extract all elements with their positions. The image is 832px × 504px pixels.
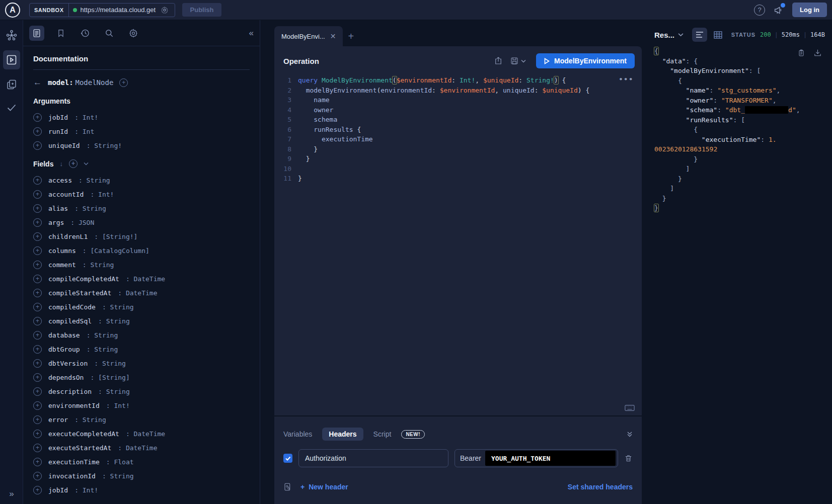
field-type[interactable]: : [String!] xyxy=(94,233,137,240)
editor-more-options-icon[interactable]: ••• xyxy=(619,74,634,85)
fields-menu-chevron-icon[interactable] xyxy=(84,162,89,165)
field-row[interactable]: +access: String xyxy=(33,173,250,187)
add-field-icon[interactable]: + xyxy=(33,261,42,269)
add-field-icon[interactable]: + xyxy=(33,246,42,255)
publish-button[interactable]: Publish xyxy=(182,3,222,17)
field-type[interactable]: : String xyxy=(83,261,114,269)
explorer-settings-gear-icon[interactable] xyxy=(126,26,141,41)
field-type[interactable]: : String xyxy=(98,388,130,395)
keyboard-shortcuts-icon[interactable] xyxy=(625,404,635,411)
add-field-icon[interactable]: + xyxy=(33,331,42,340)
add-type-icon[interactable]: + xyxy=(119,78,128,87)
add-field-icon[interactable]: + xyxy=(33,127,42,136)
field-type[interactable]: : String xyxy=(102,472,134,480)
add-field-icon[interactable]: + xyxy=(33,359,42,368)
field-type[interactable]: : Int! xyxy=(106,402,130,409)
add-field-icon[interactable]: + xyxy=(33,444,42,452)
add-field-icon[interactable]: + xyxy=(33,113,42,122)
add-field-icon[interactable]: + xyxy=(33,289,42,297)
field-type[interactable]: : String xyxy=(87,346,118,353)
run-operation-button[interactable]: ModelByEnvironment xyxy=(536,53,635,68)
header-value-input[interactable]: Bearer YOUR_AUTH_TOKEN xyxy=(455,449,618,467)
field-row[interactable]: +compileCompletedAt: DateTime xyxy=(33,272,250,286)
explorer-icon[interactable] xyxy=(3,50,20,69)
new-header-button[interactable]: + New header xyxy=(300,483,348,491)
add-field-icon[interactable]: + xyxy=(33,415,42,424)
add-field-icon[interactable]: + xyxy=(33,204,42,213)
argument-row[interactable]: +runId: Int xyxy=(33,124,250,138)
field-row[interactable]: +executeCompletedAt: DateTime xyxy=(33,427,250,441)
expand-rail-icon[interactable]: » xyxy=(0,489,23,499)
add-field-icon[interactable]: + xyxy=(33,486,42,494)
field-type[interactable]: : String xyxy=(74,416,106,424)
tab-script[interactable]: Script xyxy=(373,430,392,438)
field-type[interactable]: : Int xyxy=(74,128,94,135)
field-type[interactable]: : String xyxy=(94,360,126,367)
collapse-sidebar-icon[interactable]: « xyxy=(249,28,254,38)
search-icon[interactable] xyxy=(102,26,117,41)
operation-tab[interactable]: ModelByEnvi... ✕ xyxy=(274,26,343,46)
field-type[interactable]: : String xyxy=(79,177,110,184)
collapse-panel-icon[interactable] xyxy=(627,431,633,437)
add-field-icon[interactable]: + xyxy=(33,303,42,311)
field-row[interactable]: +invocationId: String xyxy=(33,469,250,483)
endpoint-input[interactable]: https://metadata.cloud.get xyxy=(69,6,175,14)
field-type[interactable]: : DateTime xyxy=(126,275,165,283)
add-field-icon[interactable]: + xyxy=(33,401,42,410)
close-tab-icon[interactable]: ✕ xyxy=(330,32,336,40)
field-row[interactable]: +args: JSON xyxy=(33,215,250,229)
announcements-megaphone-icon[interactable] xyxy=(773,5,784,16)
add-field-icon[interactable]: + xyxy=(33,345,42,354)
delete-header-trash-icon[interactable] xyxy=(624,454,633,463)
add-field-icon[interactable]: + xyxy=(33,373,42,382)
field-type[interactable]: : String! xyxy=(87,142,122,149)
field-row[interactable]: +comment: String xyxy=(33,258,250,272)
add-field-icon[interactable]: + xyxy=(33,141,42,150)
sandbox-pages-icon[interactable] xyxy=(4,76,20,93)
save-menu-chevron-icon[interactable] xyxy=(521,59,526,63)
save-operation-icon[interactable] xyxy=(510,56,519,65)
add-field-icon[interactable]: + xyxy=(33,458,42,466)
field-row[interactable]: +columns: [CatalogColumn] xyxy=(33,243,250,258)
endpoint-url[interactable]: https://metadata.cloud.get xyxy=(81,6,157,14)
field-type[interactable]: : String xyxy=(98,317,130,325)
response-json[interactable]: {"data": {"modelByEnvironment": [{"name"… xyxy=(654,46,825,504)
share-operation-icon[interactable] xyxy=(494,56,503,65)
history-icon[interactable] xyxy=(78,26,93,41)
login-button[interactable]: Log in xyxy=(792,3,827,17)
field-type[interactable]: : String xyxy=(102,303,134,311)
field-type[interactable]: : Int! xyxy=(74,114,98,121)
back-arrow-icon[interactable]: ← xyxy=(33,77,42,88)
tab-variables[interactable]: Variables xyxy=(283,430,312,438)
copy-response-icon[interactable] xyxy=(797,48,805,57)
sort-fields-icon[interactable]: ↓ xyxy=(59,160,63,167)
field-type[interactable]: : Int! xyxy=(74,486,98,494)
field-row[interactable]: +compileStartedAt: DateTime xyxy=(33,286,250,300)
field-type[interactable]: : JSON xyxy=(70,219,94,226)
add-field-icon[interactable]: + xyxy=(33,387,42,396)
add-field-icon[interactable]: + xyxy=(33,218,42,227)
saved-operations-bookmark-icon[interactable] xyxy=(53,26,68,41)
field-type[interactable]: : DateTime xyxy=(126,430,165,438)
edit-headers-icon[interactable] xyxy=(283,482,292,491)
field-type[interactable]: : DateTime xyxy=(118,444,157,452)
add-field-icon[interactable]: + xyxy=(33,317,42,325)
add-field-icon[interactable]: + xyxy=(33,430,42,438)
field-row[interactable]: +error: String xyxy=(33,412,250,427)
field-type[interactable]: : String xyxy=(87,331,118,339)
field-row[interactable]: +compiledCode: String xyxy=(33,300,250,314)
add-field-icon[interactable]: + xyxy=(33,472,42,480)
table-view-icon[interactable] xyxy=(710,28,725,42)
field-type[interactable]: : String xyxy=(74,205,106,212)
add-field-icon[interactable]: + xyxy=(33,190,42,199)
field-row[interactable]: +compiledSql: String xyxy=(33,314,250,328)
field-row[interactable]: +childrenL1: [String!] xyxy=(33,229,250,243)
tab-headers[interactable]: Headers xyxy=(322,428,363,441)
field-row[interactable]: +environmentId: Int! xyxy=(33,398,250,412)
header-enabled-checkbox[interactable] xyxy=(283,454,292,463)
field-row[interactable]: +dbtGroup: String xyxy=(33,342,250,356)
add-field-icon[interactable]: + xyxy=(33,176,42,185)
field-type[interactable]: : Float xyxy=(106,458,134,466)
field-type[interactable]: : DateTime xyxy=(118,289,157,297)
argument-row[interactable]: +jobId: Int! xyxy=(33,110,250,124)
